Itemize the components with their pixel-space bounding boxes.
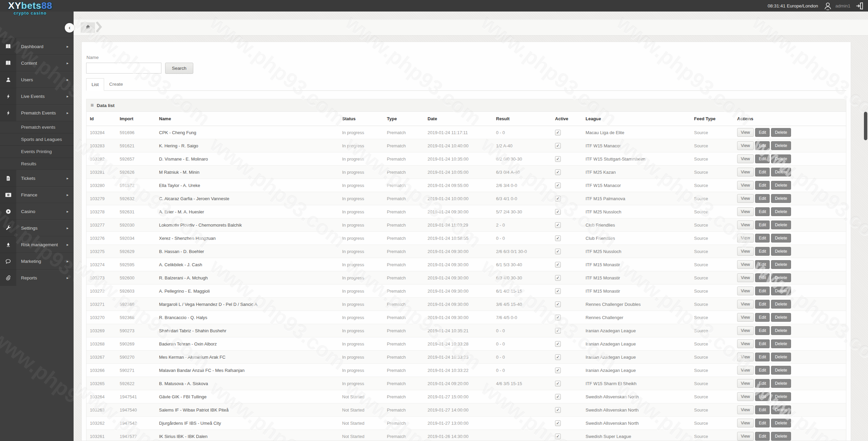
delete-button[interactable]: Delete <box>771 273 791 282</box>
sidebar-item-marketing[interactable]: Marketing▸ <box>0 253 74 269</box>
edit-button[interactable]: Edit <box>755 379 770 388</box>
view-button[interactable]: View <box>737 273 754 282</box>
sidebar-subitem-prematch-events[interactable]: Prematch events <box>0 121 74 133</box>
app-logo[interactable]: XYbets88 crypto casino <box>8 1 52 15</box>
active-checkbox[interactable]: ✓ <box>555 249 561 254</box>
active-checkbox[interactable]: ✓ <box>555 275 561 281</box>
logout-icon[interactable] <box>855 1 864 10</box>
edit-button[interactable]: Edit <box>755 207 770 216</box>
edit-button[interactable]: Edit <box>755 220 770 229</box>
delete-button[interactable]: Delete <box>771 313 791 322</box>
active-checkbox[interactable]: ✓ <box>555 328 561 334</box>
edit-button[interactable]: Edit <box>755 128 770 137</box>
active-checkbox[interactable]: ✓ <box>555 315 561 320</box>
edit-button[interactable]: Edit <box>755 141 770 150</box>
view-button[interactable]: View <box>737 405 754 414</box>
edit-button[interactable]: Edit <box>755 300 770 309</box>
delete-button[interactable]: Delete <box>771 260 791 269</box>
active-checkbox[interactable]: ✓ <box>555 156 561 162</box>
delete-button[interactable]: Delete <box>771 326 791 335</box>
active-checkbox[interactable]: ✓ <box>555 407 561 413</box>
search-button[interactable]: Search <box>165 63 193 74</box>
edit-button[interactable]: Edit <box>755 168 770 176</box>
view-button[interactable]: View <box>737 128 754 137</box>
active-checkbox[interactable]: ✓ <box>555 381 561 386</box>
name-filter-input[interactable] <box>86 63 161 74</box>
view-button[interactable]: View <box>737 353 754 361</box>
view-button[interactable]: View <box>737 234 754 243</box>
active-checkbox[interactable]: ✓ <box>555 262 561 268</box>
view-button[interactable]: View <box>737 220 754 229</box>
sidebar-item-risk-management[interactable]: Risk management▸ <box>0 236 74 253</box>
tab-create[interactable]: Create <box>104 78 128 90</box>
sidebar-subitem-events-printing[interactable]: Events Printing <box>0 145 74 158</box>
view-button[interactable]: View <box>737 339 754 348</box>
edit-button[interactable]: Edit <box>755 181 770 190</box>
user-avatar-icon[interactable] <box>823 1 832 10</box>
view-button[interactable]: View <box>737 432 754 441</box>
view-button[interactable]: View <box>737 366 754 375</box>
sidebar-collapse-button[interactable]: ‹ <box>65 23 74 33</box>
active-checkbox[interactable]: ✓ <box>555 235 561 241</box>
delete-button[interactable]: Delete <box>771 247 791 256</box>
edit-button[interactable]: Edit <box>755 287 770 295</box>
breadcrumb-home[interactable] <box>81 22 95 33</box>
active-checkbox[interactable]: ✓ <box>555 196 561 202</box>
edit-button[interactable]: Edit <box>755 339 770 348</box>
sidebar-item-finance[interactable]: Finance▸ <box>0 186 74 203</box>
sidebar-item-dashboard[interactable]: Dashboard▸ <box>0 38 74 55</box>
active-checkbox[interactable]: ✓ <box>555 420 561 426</box>
sidebar-item-settings[interactable]: Settings▸ <box>0 219 74 236</box>
view-button[interactable]: View <box>737 194 754 203</box>
edit-button[interactable]: Edit <box>755 234 770 243</box>
sidebar-subitem-sports-and-leagues[interactable]: Sports and Leagues <box>0 133 74 145</box>
delete-button[interactable]: Delete <box>771 168 791 176</box>
sidebar-item-tickets[interactable]: Tickets▸ <box>0 170 74 186</box>
edit-button[interactable]: Edit <box>755 247 770 256</box>
active-checkbox[interactable]: ✓ <box>555 130 561 135</box>
active-checkbox[interactable]: ✓ <box>555 143 561 149</box>
delete-button[interactable]: Delete <box>771 432 791 441</box>
delete-button[interactable]: Delete <box>771 379 791 388</box>
delete-button[interactable]: Delete <box>771 353 791 361</box>
edit-button[interactable]: Edit <box>755 432 770 441</box>
active-checkbox[interactable]: ✓ <box>555 209 561 215</box>
active-checkbox[interactable]: ✓ <box>555 341 561 347</box>
view-button[interactable]: View <box>737 181 754 190</box>
edit-button[interactable]: Edit <box>755 313 770 322</box>
edit-button[interactable]: Edit <box>755 326 770 335</box>
view-button[interactable]: View <box>737 313 754 322</box>
delete-button[interactable]: Delete <box>771 419 791 427</box>
active-checkbox[interactable]: ✓ <box>555 394 561 400</box>
delete-button[interactable]: Delete <box>771 287 791 295</box>
sidebar-subitem-results[interactable]: Results <box>0 158 74 170</box>
active-checkbox[interactable]: ✓ <box>555 301 561 307</box>
edit-button[interactable]: Edit <box>755 392 770 401</box>
edit-button[interactable]: Edit <box>755 405 770 414</box>
delete-button[interactable]: Delete <box>771 392 791 401</box>
edit-button[interactable]: Edit <box>755 260 770 269</box>
edit-button[interactable]: Edit <box>755 353 770 361</box>
edit-button[interactable]: Edit <box>755 366 770 375</box>
active-checkbox[interactable]: ✓ <box>555 368 561 373</box>
sidebar-item-reports[interactable]: Reports▸ <box>0 269 74 286</box>
view-button[interactable]: View <box>737 154 754 163</box>
active-checkbox[interactable]: ✓ <box>555 183 561 188</box>
delete-button[interactable]: Delete <box>771 128 791 137</box>
view-button[interactable]: View <box>737 419 754 427</box>
view-button[interactable]: View <box>737 326 754 335</box>
sidebar-item-content[interactable]: Content▸ <box>0 55 74 71</box>
delete-button[interactable]: Delete <box>771 300 791 309</box>
view-button[interactable]: View <box>737 141 754 150</box>
active-checkbox[interactable]: ✓ <box>555 288 561 294</box>
edit-button[interactable]: Edit <box>755 273 770 282</box>
sidebar-item-prematch-events[interactable]: Prematch Events▸ <box>0 104 74 121</box>
view-button[interactable]: View <box>737 392 754 401</box>
delete-button[interactable]: Delete <box>771 154 791 163</box>
view-button[interactable]: View <box>737 168 754 176</box>
active-checkbox[interactable]: ✓ <box>555 169 561 175</box>
active-checkbox[interactable]: ✓ <box>555 434 561 439</box>
delete-button[interactable]: Delete <box>771 207 791 216</box>
sidebar-item-casino[interactable]: Casino▸ <box>0 203 74 219</box>
delete-button[interactable]: Delete <box>771 181 791 190</box>
